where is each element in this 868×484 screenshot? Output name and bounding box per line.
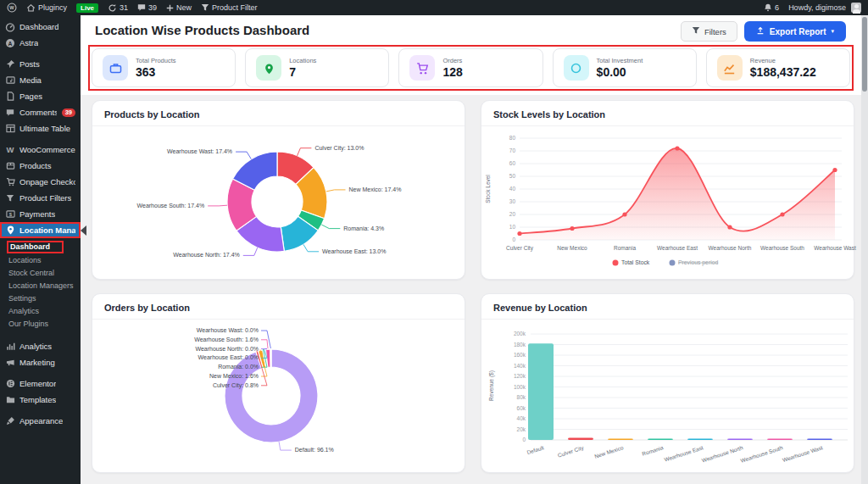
new-content-menu[interactable]: New bbox=[166, 3, 192, 12]
svg-text:70: 70 bbox=[509, 147, 516, 153]
site-name-menu[interactable]: Plugincy bbox=[26, 3, 67, 13]
header-buttons: Filters Export Report ▾ bbox=[681, 21, 846, 42]
bell-icon bbox=[764, 3, 772, 12]
account-menu[interactable]: Howdy, digimose bbox=[788, 3, 861, 13]
submenu-item-location-managers[interactable]: Location Managers bbox=[0, 279, 81, 292]
howdy-label: Howdy, digimose bbox=[788, 3, 846, 12]
location-manage-submenu: DashboardLocationsStock CentralLocation … bbox=[0, 238, 81, 333]
svg-text:Wearhouse Wast: 0.0%: Wearhouse Wast: 0.0% bbox=[197, 327, 259, 333]
sidebar-item-elementor[interactable]: Elementor bbox=[0, 376, 81, 392]
svg-text:0: 0 bbox=[512, 236, 515, 242]
astra-icon: A bbox=[5, 38, 15, 48]
pages-icon bbox=[5, 92, 15, 101]
pushpin-icon bbox=[5, 59, 15, 69]
svg-text:New Mexico: 17.4%: New Mexico: 17.4% bbox=[349, 186, 402, 192]
svg-text:Wearhouse Wast: Wearhouse Wast bbox=[814, 245, 856, 251]
submenu-item-stock-central[interactable]: Stock Central bbox=[0, 266, 81, 279]
map-pin-icon bbox=[256, 55, 281, 81]
sidebar-item-ultimate-table[interactable]: Ultimate Table bbox=[0, 120, 81, 136]
admin-bar-right: 6 Howdy, digimose bbox=[764, 3, 861, 13]
folder-icon bbox=[5, 395, 15, 404]
svg-text:Romania: 0.0%: Romania: 0.0% bbox=[218, 364, 259, 370]
scrollbar-thumb[interactable] bbox=[862, 17, 867, 92]
sidebar-item-woocommerce[interactable]: WWooCommerce bbox=[0, 142, 81, 158]
sidebar-item-comments[interactable]: Comments39 bbox=[0, 104, 81, 120]
location-pin-icon bbox=[5, 225, 15, 235]
svg-text:Romania: 4.3%: Romania: 4.3% bbox=[343, 225, 384, 231]
submenu-item-locations[interactable]: Locations bbox=[0, 253, 81, 266]
sidebar-item-label: Ultimate Table bbox=[19, 124, 70, 133]
svg-text:Wearhouse South: 17.4%: Wearhouse South: 17.4% bbox=[137, 203, 205, 209]
svg-text:Default: Default bbox=[526, 444, 545, 455]
svg-text:Wearhouse South: Wearhouse South bbox=[740, 444, 784, 464]
sidebar-item-location-manage[interactable]: Location Manage bbox=[0, 222, 81, 238]
stat-card-total-investment: Total Investment$0.00 bbox=[553, 48, 697, 87]
notifications-bell[interactable]: 6 bbox=[764, 3, 779, 12]
orders-by-location-card: Orders by Location Default: 96.1%Wearhou… bbox=[92, 293, 465, 473]
sidebar-item-product-filters[interactable]: Product Filters bbox=[0, 190, 81, 206]
sidebar-item-label: Astra bbox=[19, 38, 38, 47]
sidebar-item-dashboard[interactable]: Dashboard bbox=[0, 19, 81, 35]
svg-text:W: W bbox=[9, 5, 14, 10]
page-scrollbar[interactable] bbox=[861, 15, 868, 484]
comments-indicator[interactable]: 39 bbox=[137, 3, 157, 12]
sidebar-item-astra[interactable]: AAstra bbox=[0, 35, 81, 51]
stat-text: Total Investment$0.00 bbox=[597, 57, 643, 79]
svg-text:Wearhouse Wast: Wearhouse Wast bbox=[782, 444, 823, 463]
main-content: Location Wise Products Dashboard Filters… bbox=[81, 15, 861, 484]
sidebar-item-media[interactable]: Media bbox=[0, 72, 81, 88]
filters-button[interactable]: Filters bbox=[681, 21, 737, 42]
products-by-location-chart[interactable]: Culver City: 13.0%New Mexico: 17.4%Roman… bbox=[92, 126, 466, 279]
live-badge[interactable]: Live bbox=[76, 3, 98, 13]
svg-text:W: W bbox=[7, 145, 14, 154]
stat-card-locations: Locations7 bbox=[245, 48, 389, 87]
revenue-by-location-chart[interactable]: 020k40k60k80k100k120k140k160k180k200kDef… bbox=[481, 320, 855, 472]
admin-bar-left: W Plugincy Live 31 39 New Product Filter bbox=[7, 3, 258, 13]
chart-title-products: Products by Location bbox=[92, 101, 465, 126]
sidebar-item-pages[interactable]: Pages bbox=[0, 88, 81, 104]
chart-title-stock: Stock Levels by Location bbox=[481, 101, 854, 126]
orders-by-location-chart[interactable]: Default: 96.1%Wearhouse Wast: 0.0%Wearho… bbox=[92, 320, 466, 472]
svg-text:Wearhouse Wast: 17.4%: Wearhouse Wast: 17.4% bbox=[167, 148, 232, 154]
sidebar-item-appearance[interactable]: Appearance bbox=[0, 413, 81, 429]
stock-levels-chart[interactable]: 01020304050607080Culver CityNew MexicoRo… bbox=[481, 126, 855, 279]
sidebar-item-label: Marketing bbox=[19, 358, 55, 367]
svg-text:Culver City: 13.0%: Culver City: 13.0% bbox=[314, 145, 364, 152]
stat-text: Orders128 bbox=[442, 57, 462, 79]
submenu-item-our-plugins[interactable]: Our Plugins bbox=[0, 317, 81, 330]
svg-text:30: 30 bbox=[509, 198, 516, 204]
svg-text:Total Stock: Total Stock bbox=[621, 259, 650, 265]
sidebar-item-payments[interactable]: $Payments bbox=[0, 206, 81, 222]
svg-text:Previous period: Previous period bbox=[678, 259, 718, 266]
svg-text:Wearhouse South: Wearhouse South bbox=[760, 245, 804, 251]
sidebar-item-products[interactable]: Products bbox=[0, 158, 81, 174]
svg-text:Culver City: Culver City bbox=[557, 444, 585, 459]
svg-text:New Mexico: New Mexico bbox=[593, 444, 624, 459]
wordpress-admin-page: W Plugincy Live 31 39 New Product Filter bbox=[0, 0, 868, 484]
svg-text:140k: 140k bbox=[514, 363, 526, 369]
table-icon bbox=[5, 124, 15, 133]
updates-indicator[interactable]: 31 bbox=[108, 3, 128, 13]
elementor-icon bbox=[5, 379, 15, 388]
sidebar-item-analytics[interactable]: Analytics bbox=[0, 338, 81, 354]
sidebar-item-marketing[interactable]: Marketing bbox=[0, 354, 81, 370]
product-filter-menu[interactable]: Product Filter bbox=[201, 3, 258, 12]
caret-down-icon: ▾ bbox=[831, 28, 834, 35]
svg-text:Default: 96.1%: Default: 96.1% bbox=[295, 447, 334, 453]
notification-count: 6 bbox=[775, 3, 779, 12]
svg-text:Culver City: Culver City bbox=[506, 245, 534, 252]
revenue-by-location-card: Revenue by Location 020k40k60k80k100k120… bbox=[481, 293, 854, 473]
sidebar-item-label: Posts bbox=[19, 59, 40, 69]
export-report-button[interactable]: Export Report ▾ bbox=[744, 21, 846, 42]
comments-count: 39 bbox=[148, 3, 157, 12]
svg-text:20k: 20k bbox=[517, 426, 526, 432]
sidebar-item-templates[interactable]: Templates bbox=[0, 392, 81, 408]
wordpress-logo-icon[interactable]: W bbox=[7, 3, 17, 13]
submenu-item-dashboard[interactable]: Dashboard bbox=[0, 241, 81, 253]
sidebar-item-posts[interactable]: Posts bbox=[0, 56, 81, 72]
submenu-item-analytics[interactable]: Analytics bbox=[0, 304, 81, 317]
sidebar-item-onpage-checkout[interactable]: Onpage Checkout bbox=[0, 174, 81, 190]
sidebar-item-label: Dashboard bbox=[19, 22, 58, 31]
briefcase-icon bbox=[103, 55, 128, 81]
submenu-item-settings[interactable]: Settings bbox=[0, 292, 81, 304]
